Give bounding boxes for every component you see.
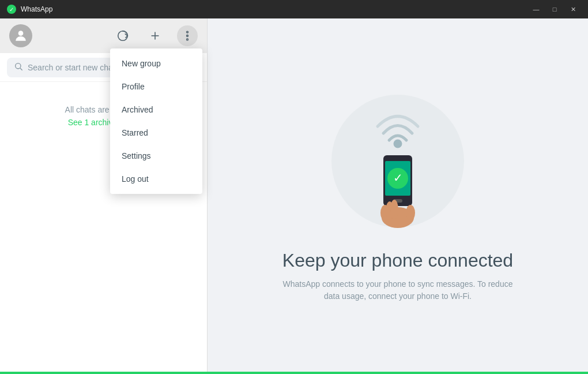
app-container: All chats are archived See 1 archived ch…: [0, 18, 588, 374]
svg-point-7: [16, 63, 21, 69]
more-options-button[interactable]: [177, 25, 198, 46]
svg-point-10: [395, 141, 401, 147]
svg-point-6: [187, 39, 189, 40]
title-bar: ✓ WhatsApp — □ ✕: [0, 0, 588, 18]
left-panel: All chats are archived See 1 archived ch…: [0, 18, 208, 374]
svg-point-0: [18, 31, 24, 36]
svg-point-20: [406, 205, 415, 221]
right-panel: ✓ Keep your phone connected WhatsApp con…: [208, 18, 588, 374]
panel-header: [0, 18, 207, 53]
menu-item-starred[interactable]: Starred: [110, 121, 202, 144]
svg-point-19: [390, 200, 398, 219]
svg-line-8: [20, 68, 22, 70]
menu-item-profile[interactable]: Profile: [110, 75, 202, 98]
new-chat-button[interactable]: [145, 25, 165, 46]
right-panel-description: WhatsApp connects to your phone to sync …: [277, 278, 519, 302]
bottom-bar: [0, 372, 588, 374]
title-bar-left: ✓ WhatsApp: [7, 5, 52, 14]
whatsapp-logo-icon: ✓: [7, 5, 16, 14]
right-panel-title: Keep your phone connected: [282, 250, 513, 271]
avatar[interactable]: [9, 24, 32, 47]
menu-item-logout[interactable]: Log out: [110, 167, 202, 190]
app-title: WhatsApp: [21, 5, 52, 13]
close-button[interactable]: ✕: [565, 3, 581, 15]
header-icons: [112, 25, 198, 46]
window-controls: — □ ✕: [528, 3, 581, 15]
svg-point-4: [187, 31, 189, 33]
menu-item-new-group[interactable]: New group: [110, 52, 202, 75]
menu-item-settings[interactable]: Settings: [110, 144, 202, 167]
status-button[interactable]: [112, 25, 133, 46]
minimize-button[interactable]: —: [528, 3, 544, 15]
search-icon: [14, 62, 23, 73]
svg-point-5: [187, 35, 189, 37]
phone-illustration: ✓: [323, 86, 473, 236]
menu-item-archived[interactable]: Archived: [110, 98, 202, 121]
maximize-button[interactable]: □: [546, 3, 563, 15]
dropdown-menu: New group Profile Archived Starred Setti…: [110, 48, 202, 194]
svg-text:✓: ✓: [393, 171, 403, 184]
